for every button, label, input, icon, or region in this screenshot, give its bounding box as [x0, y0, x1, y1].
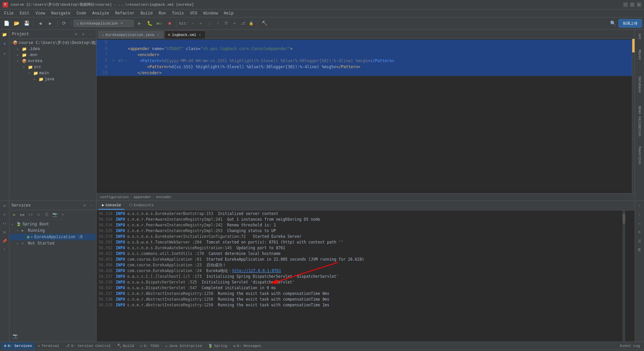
git-ok-icon[interactable]: ✓ [189, 20, 196, 27]
breadcrumb-appender[interactable]: appender [133, 195, 151, 199]
services-collapse-button[interactable]: – [88, 203, 94, 209]
right-panel-bean-validation[interactable]: Bean Validation [638, 105, 641, 138]
console-layout-button[interactable]: ⊞ [636, 228, 643, 236]
btab-messages[interactable]: ✉ 0: Messages [231, 342, 264, 350]
debug-button[interactable]: 🐛 [145, 19, 154, 28]
git-check-icon[interactable]: ✔ [197, 20, 205, 27]
menu-window[interactable]: Window [201, 10, 220, 16]
menu-help[interactable]: Help [221, 10, 236, 16]
tree-main[interactable]: ▾ 📁 main [9, 70, 96, 76]
window-controls[interactable]: ─ □ ✕ [623, 2, 641, 7]
tree-src[interactable]: ▾ 📁 src [9, 64, 96, 70]
console-scrollbar[interactable] [623, 210, 625, 342]
project-settings-button[interactable]: ⚙ [80, 31, 86, 37]
svc-item-eureka-app[interactable]: ▸ EurekaApplication :8 [9, 234, 96, 240]
git-push-button[interactable]: ↑ [214, 20, 221, 27]
git-update-button[interactable]: ↓ [206, 20, 213, 27]
console-wrap-button[interactable]: ↵ [636, 220, 643, 227]
svc-run-button[interactable]: ▶ [11, 211, 18, 219]
eureka-url-link[interactable]: http://127.0.0.1:8761 [232, 268, 281, 274]
search-everywhere-button[interactable]: 🔍 [608, 19, 617, 28]
left-structure-icon[interactable]: ≡ [1, 40, 8, 48]
breadcrumb-configuration[interactable]: configuration [100, 195, 129, 199]
menu-vcs[interactable]: VCS [187, 10, 200, 16]
close-button[interactable]: ✕ [637, 2, 641, 7]
git-history-button[interactable]: ⏱ [222, 20, 230, 27]
svc-pin-button[interactable]: ⊝ [35, 211, 42, 219]
menu-tools[interactable]: Tools [169, 10, 187, 16]
tab-logback-close[interactable]: ✕ [198, 33, 202, 37]
btab-java-enterprise[interactable]: ☕ Java Enterprise [162, 342, 205, 350]
right-panel-favorites[interactable]: Favorites [638, 145, 641, 166]
upload-button[interactable]: 拓境上传 [619, 19, 642, 28]
forward-button[interactable]: ▶ [46, 19, 55, 28]
tab-eureka-close[interactable]: ✕ [156, 33, 160, 37]
right-panel-ant[interactable]: Ant [638, 32, 641, 41]
console-tab-endpoints[interactable]: ⬡ Endpoints [126, 202, 157, 210]
btab-services[interactable]: ⚙ 8: Services [1, 342, 35, 350]
tree-java[interactable]: ▸ 📁 java [9, 76, 96, 82]
right-panel-maven[interactable]: Maven [638, 48, 641, 61]
project-collapse-button[interactable]: – [88, 31, 94, 37]
run-button[interactable]: ▶ [135, 19, 144, 28]
menu-refactor[interactable]: Refactor [112, 10, 137, 16]
tree-eureka[interactable]: ▾ 📦 eureka [9, 58, 96, 64]
btab-terminal[interactable]: ▸ Terminal [35, 342, 62, 350]
git-stash-button[interactable]: 🔒 [248, 20, 255, 27]
git-branches-button[interactable]: ⎇ [239, 20, 247, 27]
stop-button[interactable]: ■ [165, 19, 174, 28]
new-file-button[interactable]: 📄 [2, 19, 11, 28]
btab-build[interactable]: 🔨 Build [114, 342, 137, 350]
open-button[interactable]: 📂 [12, 19, 21, 28]
minimize-button[interactable]: ─ [623, 2, 628, 7]
menu-file[interactable]: File [1, 10, 16, 16]
bottom-filter-icon[interactable]: ⬆⬇ [1, 220, 8, 227]
svc-item-not-started[interactable]: ▸ ✕ Not Started [9, 240, 96, 247]
tab-logback[interactable]: ⚙ logback.xml ✕ [164, 31, 206, 39]
svc-camera-button[interactable]: 📷 [51, 211, 58, 219]
build-button[interactable]: 🔨 [260, 19, 269, 28]
btab-spring[interactable]: 🍃 Spring [205, 342, 230, 350]
tab-eureka-application[interactable]: ☕ EurekaApplication.java ✕ [98, 31, 164, 39]
save-button[interactable]: 💾 [22, 19, 31, 28]
console-trash-button[interactable]: 🗑 [636, 246, 643, 253]
menu-run[interactable]: Run [156, 10, 169, 16]
btab-event-log[interactable]: Event Log [618, 342, 643, 350]
git-revert-button[interactable]: ↩ [231, 20, 238, 27]
svc-all-button[interactable]: ▶▶ [19, 211, 26, 219]
services-settings-button[interactable]: ⚙ [82, 203, 88, 209]
tree-idea[interactable]: ▸ 📁 .idea [9, 46, 96, 52]
menu-navigate[interactable]: Navigate [48, 10, 73, 16]
back-button[interactable]: ◀ [36, 19, 45, 28]
btab-todo[interactable]: ☑ 6: TODO [138, 342, 162, 350]
event-log-button[interactable]: Event Log [618, 342, 643, 350]
bottom-refresh-icon[interactable]: ⟳ [1, 202, 8, 210]
menu-view[interactable]: View [33, 10, 48, 16]
run-configuration[interactable]: ☕ EurekaApplication ▼ [73, 20, 134, 27]
bottom-group-icon[interactable]: ≡ [1, 211, 8, 218]
svc-screenshot-button[interactable]: 📷 [11, 332, 19, 340]
console-scroll-up[interactable]: ↑ [636, 202, 643, 210]
menu-build[interactable]: Build [138, 10, 155, 16]
left-favorites-icon[interactable]: ★ [1, 50, 8, 57]
right-panel-database[interactable]: Database [638, 75, 641, 94]
tree-mvn[interactable]: ▸ 📁 .mvn [9, 52, 96, 58]
menu-analyze[interactable]: Analyze [90, 10, 112, 16]
svc-item-spring-boot[interactable]: ▾ 🍃 Spring Boot [9, 221, 96, 227]
svc-item-running[interactable]: ▾ ▶ Running [9, 227, 96, 234]
project-locate-button[interactable]: ⊕ [73, 31, 79, 37]
console-scroll-down[interactable]: ↓ [636, 211, 643, 218]
sync-button[interactable]: ⟳ [60, 19, 68, 28]
bottom-layout-icon[interactable]: ⊞ [1, 228, 8, 236]
breadcrumb-encoder[interactable]: encoder [156, 195, 172, 199]
run-with-coverage-button[interactable]: ▶▷ [155, 19, 164, 28]
maximize-button[interactable]: □ [630, 2, 635, 7]
svc-filter-button[interactable]: ⬆⬇ [27, 211, 34, 219]
bottom-pin-icon[interactable]: 📌 [1, 237, 8, 245]
left-project-icon[interactable]: 📁 [1, 31, 8, 38]
svc-plus-button[interactable]: + [59, 211, 66, 219]
menu-edit[interactable]: Edit [17, 10, 32, 16]
console-tab-console[interactable]: ▶ Console [99, 202, 124, 210]
menu-code[interactable]: Code [74, 10, 89, 16]
tree-root[interactable]: ▾ 📦 course C:\Users\罗小白\Desktop\视频网站\cou… [9, 40, 96, 46]
